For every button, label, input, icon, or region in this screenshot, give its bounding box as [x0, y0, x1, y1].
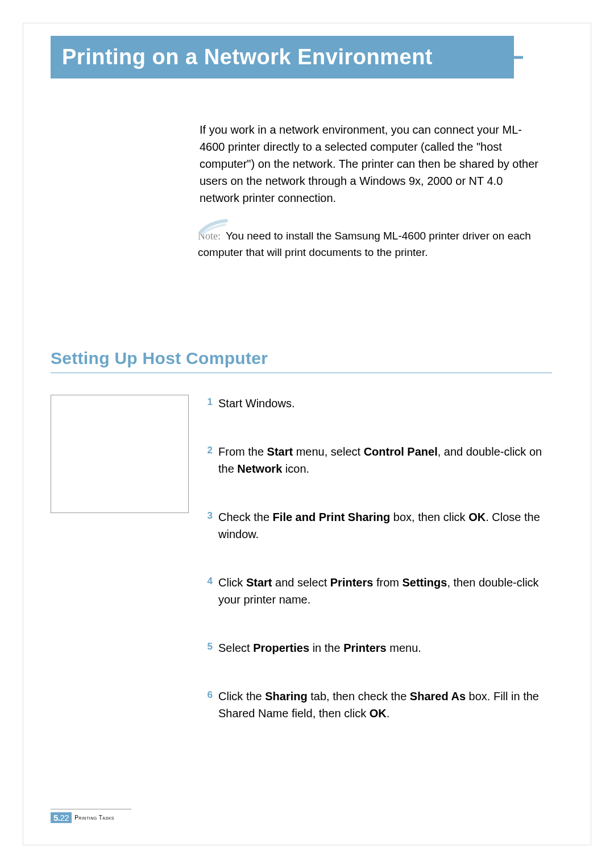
step-number: 3: [200, 510, 213, 522]
step-text: Click the Sharing tab, then check the Sh…: [218, 688, 557, 722]
step-number: 4: [200, 576, 213, 587]
step-text: Select Properties in the Printers menu.: [218, 639, 421, 656]
page-title: Printing on a Network Environment: [62, 45, 433, 69]
section-heading-text: Setting Up Host Computer: [51, 349, 268, 367]
step-number: 1: [200, 396, 213, 408]
section-heading: Setting Up Host Computer: [51, 349, 552, 373]
footer: 5.22 Printing Tasks: [51, 809, 131, 823]
steps-list: 1 Start Windows. 2 From the Start menu, …: [200, 395, 591, 753]
page-container: Printing on a Network Environment If you…: [23, 23, 591, 845]
intro-section: If you work in a network environment, yo…: [200, 121, 541, 206]
title-banner: Printing on a Network Environment: [51, 36, 514, 78]
footer-page: 22: [60, 813, 69, 822]
note-text: Note: You need to install the Samsung ML…: [198, 228, 542, 261]
step-number: 2: [200, 445, 213, 456]
footer-page-badge: 5.22: [51, 812, 72, 823]
step-text: From the Start menu, select Control Pane…: [218, 443, 557, 477]
step-item: 2 From the Start menu, select Control Pa…: [200, 443, 557, 477]
swoosh-icon: [198, 218, 232, 235]
intro-paragraph: If you work in a network environment, yo…: [200, 121, 541, 206]
step-item: 1 Start Windows.: [200, 395, 557, 412]
footer-section-label: Printing Tasks: [74, 815, 114, 821]
step-item: 5 Select Properties in the Printers menu…: [200, 639, 557, 656]
step-number: 6: [200, 689, 213, 701]
step-text: Check the File and Print Sharing box, th…: [218, 509, 557, 543]
step-item: 6 Click the Sharing tab, then check the …: [200, 688, 557, 722]
step-text: Start Windows.: [218, 395, 294, 412]
step-item: 4 Click Start and select Printers from S…: [200, 574, 557, 608]
footer-chapter: 5.: [53, 813, 60, 822]
step-text: Click Start and select Printers from Set…: [218, 574, 557, 608]
content-area: 1 Start Windows. 2 From the Start menu, …: [51, 395, 591, 753]
note-body: You need to install the Samsung ML-4600 …: [198, 230, 531, 258]
image-placeholder: [51, 395, 189, 513]
step-item: 3 Check the File and Print Sharing box, …: [200, 509, 557, 543]
note-section: Note: You need to install the Samsung ML…: [198, 228, 542, 261]
step-number: 5: [200, 641, 213, 652]
